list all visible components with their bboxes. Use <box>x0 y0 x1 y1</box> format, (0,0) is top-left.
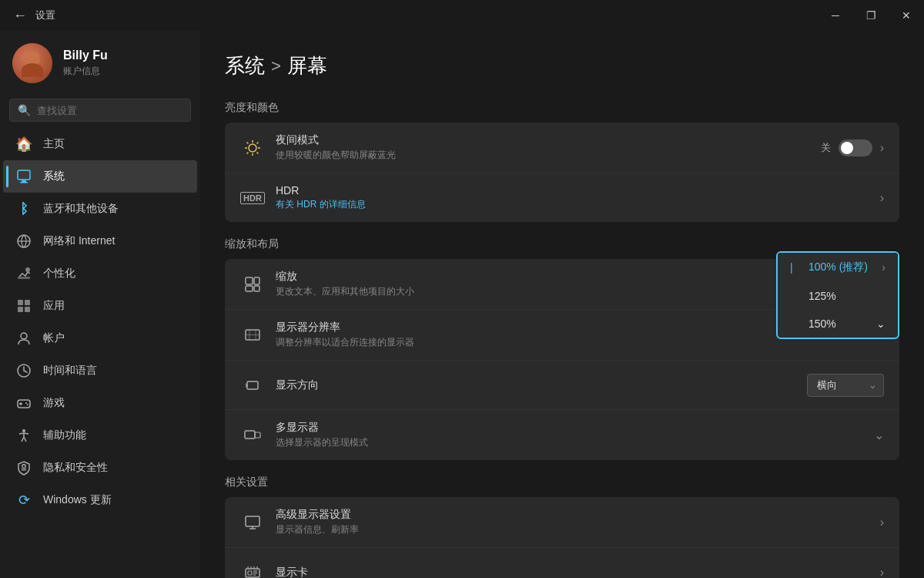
gpu-title: 显示卡 <box>276 566 880 579</box>
breadcrumb-current: 屏幕 <box>287 52 327 79</box>
zoom-dropdown-popup[interactable]: | 100% (推荐) › 125% 150% ⌄ <box>776 251 899 339</box>
svg-line-26 <box>257 152 259 153</box>
back-button[interactable]: ← <box>9 5 31 26</box>
gpu-action: › <box>880 566 884 579</box>
sidebar-item-windows-update[interactable]: ⟳ Windows 更新 <box>3 484 197 516</box>
sidebar-item-system[interactable]: 系统 <box>3 160 197 193</box>
night-mode-chevron[interactable]: › <box>880 141 884 155</box>
svg-rect-2 <box>20 182 28 183</box>
accounts-icon <box>15 330 32 347</box>
orientation-action: 横向 ⌄ <box>807 374 884 397</box>
windows-update-icon: ⟳ <box>15 492 32 509</box>
related-settings-card: 高级显示器设置 显示器信息、刷新率 › <box>225 497 899 578</box>
svg-rect-32 <box>254 286 259 291</box>
svg-rect-29 <box>246 277 253 284</box>
hdr-link[interactable]: 有关 HDR 的详细信息 <box>276 199 366 210</box>
multi-display-action: ⌄ <box>874 428 884 442</box>
night-mode-title: 夜间模式 <box>276 133 821 147</box>
zoom-layout-title: 缩放和布局 <box>225 237 899 251</box>
hdr-sub: 有关 HDR 的详细信息 <box>276 198 880 211</box>
search-input[interactable] <box>37 105 182 116</box>
window-controls: ─ ❐ ✕ <box>818 0 924 31</box>
zoom-option-125[interactable]: 125% <box>778 282 898 310</box>
sidebar-item-label: 辅助功能 <box>43 428 86 442</box>
sidebar-item-label: 隐私和安全性 <box>43 461 108 475</box>
app-layout: Billy Fu 账户信息 🔍 🏠 主页 <box>0 31 924 578</box>
svg-line-28 <box>247 152 249 153</box>
sidebar-item-privacy[interactable]: 隐私和安全性 <box>3 452 197 484</box>
accessibility-icon <box>15 427 32 444</box>
multi-display-row[interactable]: 多显示器 选择显示器的呈现模式 ⌄ <box>225 409 899 460</box>
svg-point-16 <box>25 402 27 404</box>
sidebar-item-gaming[interactable]: 游戏 <box>3 387 197 419</box>
hdr-row[interactable]: HDR HDR 有关 HDR 的详细信息 › <box>225 173 899 222</box>
gpu-row[interactable]: 显示卡 › <box>225 547 899 578</box>
related-settings-title: 相关设置 <box>225 476 899 489</box>
zoom-option-100[interactable]: | 100% (推荐) › <box>778 253 898 282</box>
orientation-select[interactable]: 横向 ⌄ <box>807 374 884 397</box>
hdr-action: › <box>880 191 884 205</box>
multi-display-title: 多显示器 <box>276 421 874 435</box>
sidebar-item-home[interactable]: 🏠 主页 <box>3 128 197 160</box>
breadcrumb-parent: 系统 <box>225 52 265 79</box>
brightness-color-title: 亮度和颜色 <box>225 101 899 115</box>
night-mode-row[interactable]: 夜间模式 使用较暖的颜色帮助屏蔽蓝光 关 › <box>225 123 899 173</box>
zoom-option-150[interactable]: 150% ⌄ <box>778 310 898 338</box>
sidebar-item-network[interactable]: 网络和 Internet <box>3 225 197 257</box>
user-sub: 账户信息 <box>63 65 188 78</box>
restore-button[interactable]: ❐ <box>853 0 889 31</box>
multi-display-chevron[interactable]: ⌄ <box>874 428 884 442</box>
zoom-option-label: 125% <box>808 290 836 302</box>
sidebar-item-apps[interactable]: 应用 <box>3 290 197 322</box>
restore-icon: ❐ <box>866 9 876 22</box>
breadcrumb: 系统 > 屏幕 <box>225 52 899 79</box>
night-mode-action: 关 › <box>821 139 884 156</box>
advanced-display-icon <box>240 510 265 535</box>
close-button[interactable]: ✕ <box>889 0 924 31</box>
toggle-label: 关 <box>821 141 831 155</box>
time-icon <box>15 362 32 379</box>
zoom-option-label: 150% <box>808 318 836 330</box>
close-icon: ✕ <box>902 9 911 22</box>
minimize-button[interactable]: ─ <box>818 0 853 31</box>
night-mode-toggle[interactable] <box>839 139 872 156</box>
svg-rect-31 <box>254 277 259 284</box>
gpu-icon <box>240 560 265 579</box>
hdr-chevron[interactable]: › <box>880 191 884 205</box>
hdr-icon: HDR <box>240 186 265 210</box>
advanced-display-row[interactable]: 高级显示器设置 显示器信息、刷新率 › <box>225 497 899 547</box>
svg-rect-40 <box>246 516 259 526</box>
sidebar-item-accounts[interactable]: 帐户 <box>3 322 197 355</box>
nav-list: 🏠 主页 系统 ᛒ 蓝牙和其他设备 <box>0 128 200 516</box>
main-content: 系统 > 屏幕 亮度和颜色 <box>200 31 924 578</box>
brightness-color-card: 夜间模式 使用较暖的颜色帮助屏蔽蓝光 关 › HDR HDR <box>225 123 899 222</box>
hdr-title: HDR <box>276 184 880 197</box>
orientation-row[interactable]: 显示方向 横向 ⌄ <box>225 360 899 409</box>
search-box[interactable]: 🔍 <box>9 99 191 122</box>
svg-rect-9 <box>18 307 23 312</box>
night-mode-text: 夜间模式 使用较暖的颜色帮助屏蔽蓝光 <box>276 133 821 162</box>
zoom-row[interactable]: 缩放 更改文本、应用和其他项目的大小 | 100% (推荐) › 125% <box>225 259 899 309</box>
svg-rect-7 <box>18 300 23 305</box>
search-icon: 🔍 <box>18 104 31 116</box>
check-icon: | <box>790 261 802 274</box>
advanced-display-chevron[interactable]: › <box>880 516 884 529</box>
avatar <box>12 43 52 83</box>
resolution-icon <box>240 323 265 348</box>
advanced-display-title: 高级显示器设置 <box>276 508 880 522</box>
hdr-text: HDR 有关 HDR 的详细信息 <box>276 184 880 211</box>
select-chevron-icon: ⌄ <box>869 379 877 391</box>
sidebar-item-bluetooth[interactable]: ᛒ 蓝牙和其他设备 <box>3 193 197 225</box>
sidebar-item-personalize[interactable]: 个性化 <box>3 257 197 290</box>
zoom-layout-card: 缩放 更改文本、应用和其他项目的大小 | 100% (推荐) › 125% <box>225 259 899 460</box>
sidebar-item-label: 时间和语言 <box>43 364 97 378</box>
orientation-title: 显示方向 <box>276 378 807 392</box>
sidebar-item-time[interactable]: 时间和语言 <box>3 355 197 387</box>
sidebar-item-accessibility[interactable]: 辅助功能 <box>3 419 197 452</box>
advanced-display-sub: 显示器信息、刷新率 <box>276 523 880 536</box>
user-profile[interactable]: Billy Fu 账户信息 <box>0 31 200 92</box>
svg-rect-39 <box>255 432 260 438</box>
app-title: 设置 <box>35 8 55 22</box>
gpu-chevron[interactable]: › <box>880 566 884 579</box>
user-info: Billy Fu 账户信息 <box>63 49 188 78</box>
